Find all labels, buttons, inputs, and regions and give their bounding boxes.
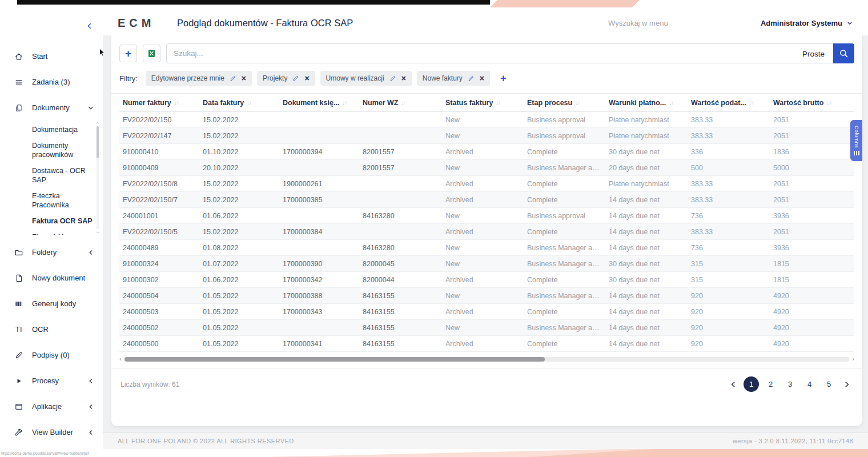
search-mode-toggle[interactable]: Proste (802, 49, 825, 58)
scroll-up-icon[interactable] (95, 121, 100, 125)
sort-icons[interactable]: ↓↑ (342, 100, 347, 106)
page-button-5[interactable]: 5 (821, 376, 837, 392)
table-row[interactable]: 240000502 01.05.2022 84163155 New Busine… (119, 320, 854, 336)
table-row[interactable]: 240001001 01.06.2022 84163280 New Busine… (119, 208, 854, 224)
export-excel-button[interactable] (143, 45, 160, 62)
table-row[interactable]: FV2022/02/150 15.02.2022 New Business ap… (119, 112, 854, 128)
remove-filter-icon[interactable]: × (480, 74, 484, 82)
page-button-2[interactable]: 2 (763, 376, 778, 392)
submenu-item-dostawca-ocr-sap[interactable]: Dostawca - OCR SAP (32, 163, 95, 188)
app-logo: ECM (118, 17, 155, 30)
cell-status-faktury: Archived (442, 144, 524, 160)
previous-page-button[interactable] (727, 380, 740, 389)
hscroll-track[interactable] (124, 357, 850, 362)
add-filter-button[interactable]: + (497, 72, 510, 85)
filter-chip[interactable]: Projekty × (257, 71, 315, 86)
remove-filter-icon[interactable]: × (242, 74, 246, 82)
submenu-item-dokumentacja[interactable]: Dokumentacja (32, 122, 95, 138)
page-button-4[interactable]: 4 (802, 376, 817, 392)
submenu-item-eteczka-pracownika[interactable]: E-teczka Pracownika (32, 188, 95, 213)
edit-filter-icon[interactable] (468, 75, 475, 82)
column-header[interactable]: Dokument księ...↓↑ (279, 94, 359, 112)
filter-chip[interactable]: Edytowane przeze mnie × (146, 71, 252, 86)
sidebar-item-view-builder[interactable]: View Builder (0, 419, 103, 445)
filter-chip[interactable]: Nowe faktury × (417, 71, 490, 86)
sort-icons[interactable]: ↓↑ (401, 100, 406, 106)
scrollbar-thumb[interactable] (97, 126, 99, 158)
scroll-left-icon[interactable]: ‹ (119, 356, 122, 362)
table-row[interactable]: 240000504 01.05.2022 1700000388 84163155… (119, 288, 854, 304)
table-row[interactable]: 910000409 20.10.2022 82001557 New Busine… (119, 160, 854, 176)
submenu-item-firma-a41[interactable]: Firma A41 (32, 229, 95, 235)
search-icon (839, 49, 849, 58)
table-row[interactable]: FV2022/02/150/7 15.02.2022 1700000385 Ar… (119, 192, 854, 208)
sidebar-item-generuj-kody[interactable]: Generuj kody (0, 291, 103, 316)
add-document-button[interactable]: + (119, 45, 137, 62)
table-row[interactable]: 240000500 01.05.2022 1700000341 84163155… (119, 336, 854, 352)
cell-numer-faktury: FV2022/02/150/8 (119, 176, 199, 192)
sort-icons[interactable]: ↓↑ (496, 100, 500, 106)
sort-icons[interactable]: ↓↑ (247, 100, 251, 106)
column-header[interactable]: Numer faktury↓↑ (119, 94, 199, 112)
search-input[interactable] (166, 43, 833, 63)
table-row[interactable]: 240000489 01.08.2022 84163280 New Busine… (119, 240, 854, 256)
table-row[interactable]: 910000324 01.07.2022 1700000390 82000045… (119, 256, 854, 272)
remove-filter-icon[interactable]: × (304, 74, 309, 82)
cell-warunki-platnosci: 14 days due net (605, 288, 688, 304)
table-row[interactable]: 240000503 01.05.2022 1700000343 84163155… (119, 304, 854, 320)
next-page-button[interactable] (841, 380, 853, 389)
column-header[interactable]: Etap procesu↓↑ (524, 94, 605, 112)
collapse-sidebar-icon[interactable] (85, 22, 94, 30)
submenu-scrollbar[interactable] (95, 121, 101, 235)
sidebar-item-procesy[interactable]: Procesy (0, 368, 103, 394)
filter-chip-label: Edytowane przeze mnie (151, 74, 224, 82)
submenu-item-faktura-ocr-sap[interactable]: Faktura OCR SAP (32, 213, 95, 229)
top-dark-stripe-decor (17, 0, 490, 5)
sort-icons[interactable]: ↓↑ (826, 100, 831, 106)
sidebar-item-start[interactable]: Start (0, 43, 103, 69)
column-header[interactable]: Data faktury↓↑ (199, 94, 279, 112)
remove-filter-icon[interactable]: × (401, 74, 406, 82)
edit-filter-icon[interactable] (292, 75, 299, 82)
edit-filter-icon[interactable] (230, 75, 236, 82)
scroll-right-icon[interactable]: › (852, 356, 854, 362)
column-header[interactable]: Numer WZ↓↑ (359, 94, 442, 112)
cell-data-faktury: 15.02.2022 (199, 192, 279, 208)
cell-data-faktury: 01.10.2022 (199, 144, 279, 160)
table-row[interactable]: 910000410 01.10.2022 1700000394 82001557… (119, 144, 854, 160)
column-header[interactable]: Status faktury↓↑ (442, 94, 524, 112)
search-button[interactable] (833, 43, 854, 63)
edit-filter-icon[interactable] (389, 75, 396, 82)
sort-icons[interactable]: ↓↑ (575, 100, 580, 106)
sidebar-item-podpisy[interactable]: Podpisy (0) (0, 342, 103, 368)
filter-chip[interactable]: Umowy w realizacji × (320, 71, 412, 86)
column-header[interactable]: Warunki płatno...↓↑ (605, 94, 688, 112)
table-row[interactable]: FV2022/02/150/5 15.02.2022 1700000384 Ar… (119, 224, 854, 240)
sidebar-item-dokumenty[interactable]: Dokumenty (0, 95, 103, 121)
scroll-down-icon[interactable] (95, 230, 100, 235)
sort-icons[interactable]: ↓↑ (669, 100, 673, 106)
sidebar-item-foldery[interactable]: Foldery (0, 239, 103, 265)
submenu-item-dokumenty-pracownikow[interactable]: Dokumenty pracowników (32, 138, 95, 163)
cell-wartosc-podatku: 920 (688, 288, 770, 304)
columns-panel-tab[interactable]: Columns (850, 120, 862, 161)
scrollbar-track[interactable] (97, 126, 99, 229)
sidebar-item-ocr[interactable]: TI OCR (0, 316, 103, 342)
column-header[interactable]: Wartość brutto↓↑ (770, 94, 854, 112)
table-row[interactable]: FV2022/02/150/8 15.02.2022 1900000261 Ar… (119, 176, 854, 192)
sidebar-item-nowy-dokument[interactable]: Nowy dokument (0, 265, 103, 291)
table-row[interactable]: FV2022/02/147 15.02.2022 New Business ap… (119, 128, 854, 144)
cell-dokument-ksiegowy: 1700000384 (279, 224, 359, 240)
sidebar-item-zadania[interactable]: Zadania (3) (0, 69, 103, 95)
menu-search-input[interactable]: Wyszukaj w menu (608, 19, 668, 27)
table-row[interactable]: 910000302 01.06.2022 1700000342 82000044… (119, 272, 854, 288)
column-header[interactable]: Wartość podat...↓↑ (688, 94, 770, 112)
sort-icons[interactable]: ↓↑ (174, 100, 179, 106)
sort-icons[interactable]: ↓↑ (749, 100, 754, 106)
sidebar-item-aplikacje[interactable]: Aplikacje (0, 394, 103, 419)
cell-status-faktury: New (442, 112, 524, 128)
page-button-3[interactable]: 3 (782, 376, 798, 392)
page-button-1[interactable]: 1 (744, 376, 759, 392)
hscroll-thumb[interactable] (124, 357, 545, 362)
user-menu[interactable]: Administrator Systemu (761, 19, 853, 27)
